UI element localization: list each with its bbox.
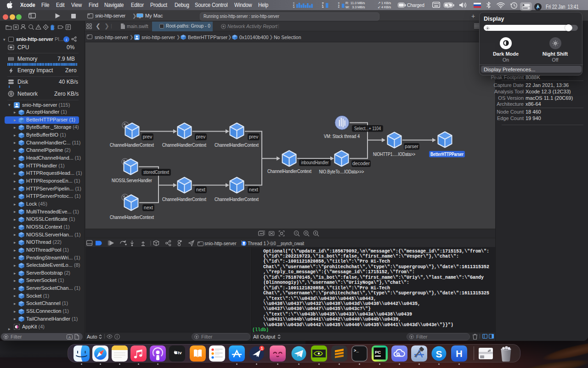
svg-text:tv: tv (178, 350, 182, 355)
svg-text:PC: PC (375, 350, 381, 355)
svg-text:H: H (456, 349, 462, 359)
svg-text:>_: >_ (354, 349, 359, 353)
svg-text:S: S (435, 348, 442, 359)
svg-text:1: 1 (260, 346, 263, 351)
